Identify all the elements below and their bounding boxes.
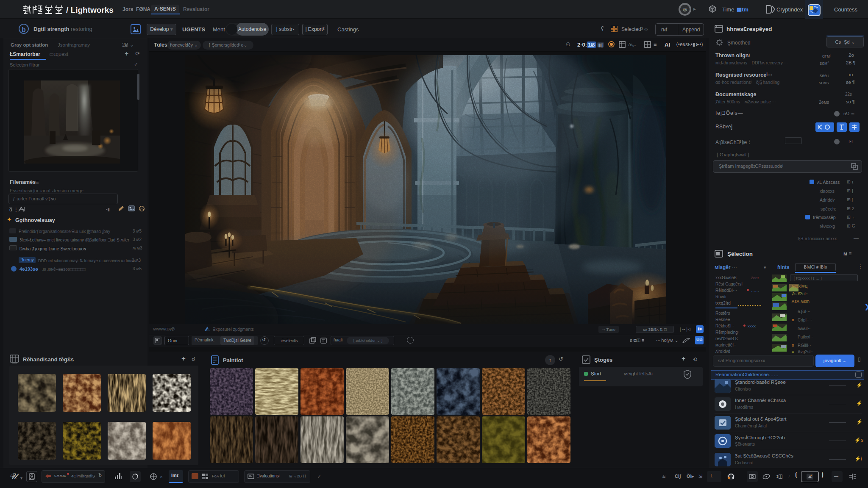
svg-text:/ Lightworks: / Lightworks bbox=[66, 6, 114, 14]
